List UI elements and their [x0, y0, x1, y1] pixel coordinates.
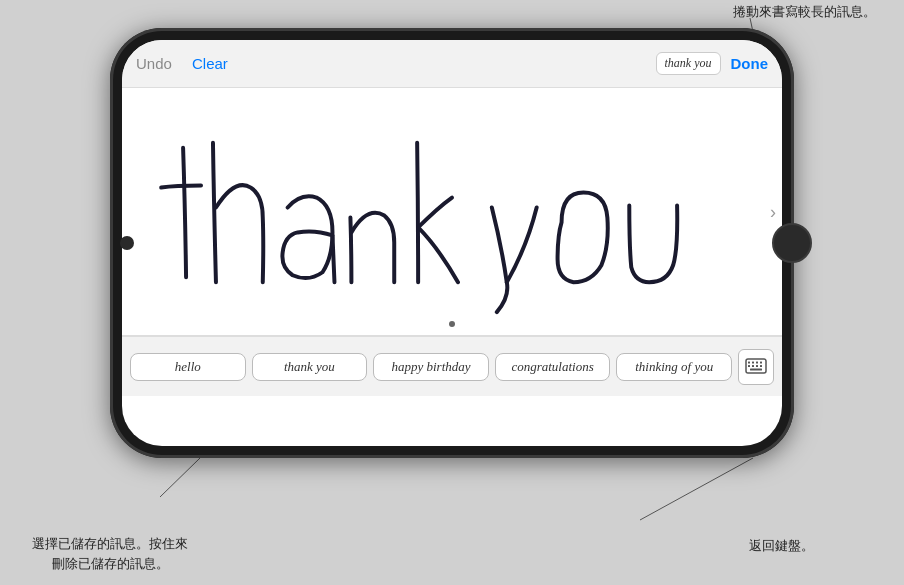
done-button[interactable]: Done — [731, 55, 769, 72]
svg-rect-4 — [748, 361, 750, 363]
svg-rect-12 — [750, 368, 762, 370]
annotation-keyboard: 返回鍵盤。 — [749, 536, 814, 556]
screen: Undo Clear thank you Done — [122, 40, 782, 446]
svg-rect-5 — [752, 361, 754, 363]
svg-rect-11 — [760, 365, 762, 367]
svg-rect-10 — [756, 365, 758, 367]
camera-dot — [120, 236, 134, 250]
device-shell: Undo Clear thank you Done — [110, 28, 794, 458]
suggestion-thank-you[interactable]: thank you — [252, 353, 368, 381]
svg-rect-9 — [752, 365, 754, 367]
svg-line-1 — [160, 458, 200, 497]
svg-line-2 — [640, 458, 753, 520]
undo-button[interactable]: Undo — [136, 55, 180, 72]
annotation-scroll: 捲動來書寫較長的訊息。 — [733, 2, 876, 22]
top-bar: Undo Clear thank you Done — [122, 40, 782, 88]
handwriting-svg — [122, 88, 782, 335]
svg-rect-8 — [748, 365, 750, 367]
keyboard-icon — [745, 358, 767, 376]
suggestion-hello[interactable]: hello — [130, 353, 246, 381]
clear-button[interactable]: Clear — [192, 55, 228, 72]
thumbnail-preview: thank you — [656, 52, 721, 75]
suggestion-happy-birthday[interactable]: happy birthday — [373, 353, 489, 381]
svg-rect-7 — [760, 361, 762, 363]
keyboard-switch-button[interactable] — [738, 349, 774, 385]
suggestion-thinking-of-you[interactable]: thinking of you — [616, 353, 732, 381]
suggestions-row: hello thank you happy birthday congratul… — [122, 336, 782, 396]
home-button[interactable] — [772, 223, 812, 263]
scroll-chevron-icon[interactable]: › — [770, 201, 776, 222]
scroll-indicator-dot — [449, 321, 455, 327]
suggestion-congratulations[interactable]: congratulations — [495, 353, 611, 381]
annotation-saved-messages: 選擇已儲存的訊息。按住來 刪除已儲存的訊息。 — [20, 534, 200, 573]
svg-rect-6 — [756, 361, 758, 363]
handwriting-canvas[interactable]: › — [122, 88, 782, 336]
